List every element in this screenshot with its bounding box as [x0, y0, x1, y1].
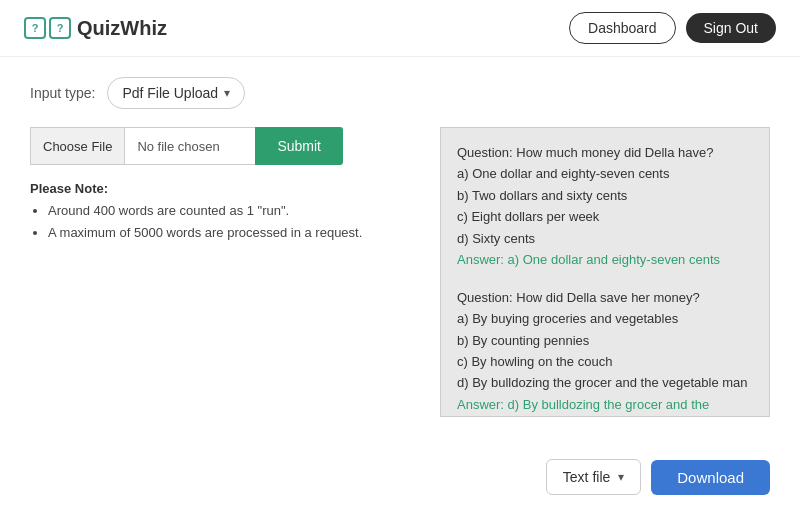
quiz-output[interactable]: Question: How much money did Della have?… — [440, 127, 770, 417]
notes-title: Please Note: — [30, 181, 420, 196]
answer-text: Answer: a) One dollar and eighty-seven c… — [457, 249, 753, 270]
notes-item-1: Around 400 words are counted as 1 "run". — [48, 200, 420, 222]
main-content: Input type: Pdf File Upload ▾ Choose Fil… — [0, 57, 800, 437]
question-block: Question: How much money did Della have?… — [457, 142, 753, 271]
file-type-select[interactable]: Text file ▾ — [546, 459, 641, 495]
answer-text: Answer: d) By bulldozing the grocer and … — [457, 394, 753, 417]
submit-button[interactable]: Submit — [255, 127, 343, 165]
logo-bracket-2: ? — [49, 17, 71, 39]
left-panel: Choose File No file chosen Submit Please… — [30, 127, 420, 417]
option-text: d) Sixty cents — [457, 228, 753, 249]
option-text: d) By bulldozing the grocer and the vege… — [457, 372, 753, 393]
input-type-value: Pdf File Upload — [122, 85, 218, 101]
logo-bracket-1: ? — [24, 17, 46, 39]
option-text: a) One dollar and eighty-seven cents — [457, 163, 753, 184]
question-text: Question: How did Della save her money? — [457, 287, 753, 308]
dashboard-button[interactable]: Dashboard — [569, 12, 676, 44]
file-type-chevron-icon: ▾ — [618, 470, 624, 484]
file-input-wrapper: Choose File No file chosen — [30, 127, 255, 165]
option-text: c) By howling on the couch — [457, 351, 753, 372]
choose-file-button[interactable]: Choose File — [31, 128, 125, 164]
file-type-label: Text file — [563, 469, 610, 485]
notes-section: Please Note: Around 400 words are counte… — [30, 181, 420, 244]
input-type-select[interactable]: Pdf File Upload ▾ — [107, 77, 245, 109]
option-text: b) Two dollars and sixty cents — [457, 185, 753, 206]
upload-row: Choose File No file chosen Submit — [30, 127, 420, 165]
download-button[interactable]: Download — [651, 460, 770, 495]
logo-area: ? ? QuizWhiz — [24, 17, 167, 40]
option-text: c) Eight dollars per week — [457, 206, 753, 227]
question-text: Question: How much money did Della have? — [457, 142, 753, 163]
right-panel: Question: How much money did Della have?… — [440, 127, 770, 417]
app-name: QuizWhiz — [77, 17, 167, 40]
logo-icon: ? ? — [24, 17, 71, 39]
signout-button[interactable]: Sign Out — [686, 13, 776, 43]
input-type-label: Input type: — [30, 85, 95, 101]
header-buttons: Dashboard Sign Out — [569, 12, 776, 44]
option-text: a) By buying groceries and vegetables — [457, 308, 753, 329]
question-block: Question: How did Della save her money?a… — [457, 287, 753, 417]
bottom-bar: Text file ▾ Download — [0, 445, 800, 509]
notes-list: Around 400 words are counted as 1 "run".… — [30, 200, 420, 244]
file-name-label: No file chosen — [125, 128, 255, 164]
app-header: ? ? QuizWhiz Dashboard Sign Out — [0, 0, 800, 57]
notes-item-2: A maximum of 5000 words are processed in… — [48, 222, 420, 244]
content-area: Choose File No file chosen Submit Please… — [30, 127, 770, 417]
input-type-row: Input type: Pdf File Upload ▾ — [30, 77, 770, 109]
option-text: b) By counting pennies — [457, 330, 753, 351]
chevron-down-icon: ▾ — [224, 86, 230, 100]
